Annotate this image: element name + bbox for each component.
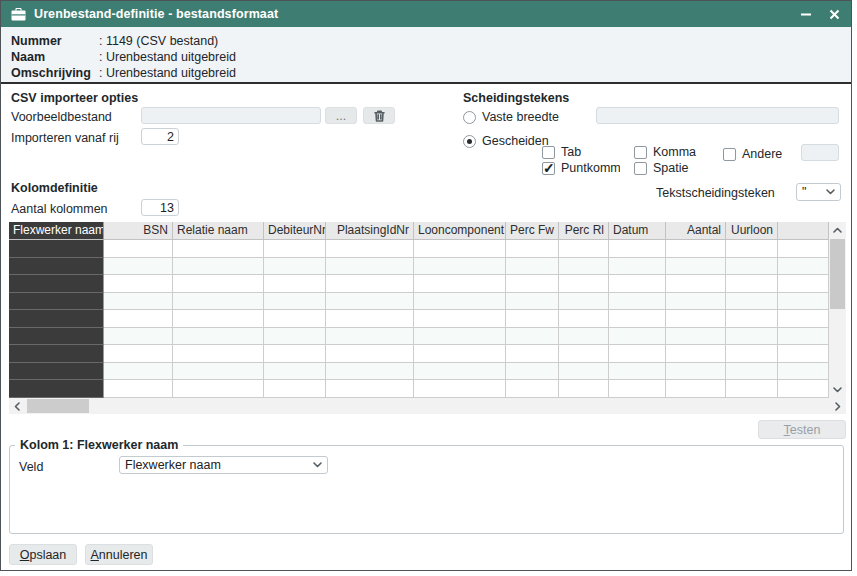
table-cell[interactable]: [9, 258, 104, 276]
table-cell[interactable]: [104, 258, 173, 276]
table-cell[interactable]: [104, 345, 173, 363]
table-cell[interactable]: [559, 310, 609, 328]
table-cell[interactable]: [326, 310, 414, 328]
table-cell[interactable]: [173, 310, 264, 328]
table-cell[interactable]: [104, 310, 173, 328]
table-cell[interactable]: [726, 363, 778, 381]
table-cell[interactable]: [104, 293, 173, 311]
scroll-down-icon[interactable]: [829, 382, 846, 398]
table-cell[interactable]: [104, 275, 173, 293]
horizontal-scrollbar[interactable]: [9, 398, 846, 414]
table-cell[interactable]: [559, 380, 609, 398]
delete-file-button[interactable]: [363, 107, 395, 124]
table-cell[interactable]: [264, 293, 326, 311]
table-cell[interactable]: [414, 240, 506, 258]
table-cell[interactable]: [264, 328, 326, 346]
table-cell[interactable]: [414, 345, 506, 363]
horizontal-scroll-thumb[interactable]: [27, 399, 89, 413]
table-cell[interactable]: [9, 380, 104, 398]
table-cell[interactable]: [726, 258, 778, 276]
table-cell[interactable]: [264, 363, 326, 381]
table-cell[interactable]: [559, 345, 609, 363]
table-cell[interactable]: [559, 328, 609, 346]
table-cell[interactable]: [666, 363, 726, 381]
table-cell[interactable]: [264, 275, 326, 293]
table-cell[interactable]: [726, 328, 778, 346]
table-cell[interactable]: [559, 275, 609, 293]
table-cell[interactable]: [609, 363, 666, 381]
table-cell[interactable]: [326, 363, 414, 381]
table-cell[interactable]: [559, 258, 609, 276]
column-header-uurloon[interactable]: Uurloon: [726, 222, 778, 240]
minimize-button[interactable]: [799, 7, 813, 21]
table-cell[interactable]: [778, 363, 829, 381]
table-cell[interactable]: [666, 345, 726, 363]
table-cell[interactable]: [506, 328, 559, 346]
table-cell[interactable]: [9, 310, 104, 328]
table-cell[interactable]: [609, 310, 666, 328]
column-header-plaatsingidnr[interactable]: PlaatsingIdNr: [326, 222, 414, 240]
table-cell[interactable]: [326, 328, 414, 346]
veld-select[interactable]: Flexwerker naam: [119, 456, 328, 474]
table-cell[interactable]: [778, 258, 829, 276]
andere-input[interactable]: [801, 144, 839, 161]
table-cell[interactable]: [173, 328, 264, 346]
column-header-empty[interactable]: [778, 222, 829, 240]
table-cell[interactable]: [506, 275, 559, 293]
column-header-datum[interactable]: Datum: [609, 222, 666, 240]
table-cell[interactable]: [173, 275, 264, 293]
table-cell[interactable]: [9, 240, 104, 258]
vaste-breedte-input[interactable]: [596, 107, 839, 124]
aantal-kolommen-input[interactable]: [141, 199, 179, 216]
table-cell[interactable]: [264, 380, 326, 398]
table-cell[interactable]: [609, 380, 666, 398]
table-cell[interactable]: [778, 240, 829, 258]
scroll-right-icon[interactable]: [830, 398, 846, 414]
table-cell[interactable]: [173, 258, 264, 276]
table-cell[interactable]: [414, 293, 506, 311]
table-cell[interactable]: [506, 258, 559, 276]
column-header-looncomponent[interactable]: Looncomponent: [414, 222, 506, 240]
table-cell[interactable]: [173, 293, 264, 311]
tekstscheidingsteken-select[interactable]: ": [796, 183, 841, 201]
table-cell[interactable]: [104, 380, 173, 398]
tab-checkbox[interactable]: [542, 146, 555, 159]
table-cell[interactable]: [666, 328, 726, 346]
table-cell[interactable]: [9, 328, 104, 346]
vertical-scroll-thumb[interactable]: [830, 239, 845, 309]
column-header-aantal[interactable]: Aantal: [666, 222, 726, 240]
table-cell[interactable]: [609, 293, 666, 311]
table-cell[interactable]: [264, 310, 326, 328]
table-cell[interactable]: [666, 240, 726, 258]
table-cell[interactable]: [414, 363, 506, 381]
table-cell[interactable]: [414, 380, 506, 398]
column-header-bsn[interactable]: BSN: [104, 222, 173, 240]
table-cell[interactable]: [264, 258, 326, 276]
table-cell[interactable]: [778, 380, 829, 398]
table-cell[interactable]: [173, 345, 264, 363]
vaste-breedte-radio[interactable]: [463, 111, 476, 124]
table-cell[interactable]: [609, 275, 666, 293]
table-cell[interactable]: [414, 328, 506, 346]
opslaan-button[interactable]: Opslaan: [9, 544, 77, 565]
table-cell[interactable]: [414, 310, 506, 328]
table-cell[interactable]: [104, 363, 173, 381]
table-cell[interactable]: [326, 258, 414, 276]
table-cell[interactable]: [326, 275, 414, 293]
scroll-up-icon[interactable]: [829, 222, 846, 238]
table-cell[interactable]: [666, 275, 726, 293]
table-cell[interactable]: [778, 328, 829, 346]
table-cell[interactable]: [609, 240, 666, 258]
table-cell[interactable]: [264, 240, 326, 258]
table-cell[interactable]: [173, 380, 264, 398]
table-cell[interactable]: [326, 240, 414, 258]
table-cell[interactable]: [104, 328, 173, 346]
table-cell[interactable]: [666, 258, 726, 276]
table-cell[interactable]: [778, 345, 829, 363]
table-cell[interactable]: [666, 310, 726, 328]
column-header-debiteurnr[interactable]: DebiteurNr: [264, 222, 326, 240]
table-cell[interactable]: [726, 380, 778, 398]
table-cell[interactable]: [9, 275, 104, 293]
column-header-flexwerker-naam[interactable]: Flexwerker naam: [9, 222, 104, 240]
table-cell[interactable]: [726, 275, 778, 293]
